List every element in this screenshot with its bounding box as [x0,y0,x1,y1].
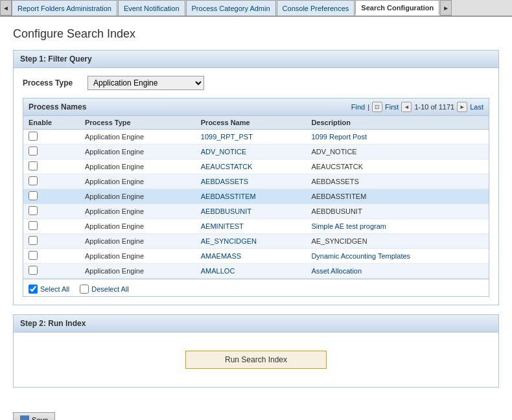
step2-header: Step 2: Run Index [14,315,498,332]
pagination-next-btn[interactable]: ► [457,102,467,112]
page-title: Configure Search Index [13,27,499,41]
table-row: Application EngineAE_SYNCIDGENAE_SYNCIDG… [23,234,489,249]
table-row: Application EngineAEMINITESTSimple AE te… [23,219,489,234]
pagination-first[interactable]: First [385,103,399,111]
row-process-name[interactable]: AMAEMASS [196,249,307,264]
footer: Save [0,407,512,420]
process-name-link[interactable]: AEBDBUSUNIT [201,207,251,215]
table-row: Application EngineAMALLOCAsset Allocatio… [23,264,489,279]
save-button[interactable]: Save [13,412,55,420]
process-name-link[interactable]: 1099_RPT_PST [201,133,253,141]
table-row: Application Engine1099_RPT_PST1099 Repor… [23,130,489,145]
process-name-link[interactable]: AEBDASSTITEM [201,192,256,200]
tab-nav-next[interactable]: ► [440,0,452,16]
page-content: Configure Search Index Step 1: Filter Qu… [0,17,512,407]
tab-process-category[interactable]: Process Category Admin [186,0,276,16]
table-row: Application EngineAEBDBUSUNITAEBDBUSUNIT [23,204,489,219]
filter-row: Process Type Application Engine SQR Proc… [23,76,489,90]
row-enable-checkbox[interactable] [29,132,38,141]
select-all-text: Select All [40,285,69,293]
filter-label: Process Type [23,78,87,88]
export-icon[interactable]: ⊡ [372,102,382,112]
row-enable-checkbox[interactable] [29,251,38,260]
process-table: Enable Process Type Process Name Descrip… [23,116,489,279]
row-process-name[interactable]: 1099_RPT_PST [196,130,307,145]
tab-nav-prev[interactable]: ◄ [0,0,12,16]
tab-report-folders[interactable]: Report Folders Administration [12,0,117,16]
table-section-title: Process Names [29,102,86,111]
pagination-last[interactable]: Last [470,103,483,111]
col-process-name: Process Name [196,116,307,130]
row-description: 1099 Report Post [306,130,489,145]
row-description: AE_SYNCIDGEN [306,234,489,249]
row-process-name[interactable]: AEBDASSETS [196,174,307,189]
description-link[interactable]: Dynamic Accounting Templates [311,252,410,260]
tab-search-configuration[interactable]: Search Configuration [355,0,439,16]
row-process-name[interactable]: ADV_NOTICE [196,145,307,159]
save-icon [20,415,29,420]
row-process-type: Application Engine [80,204,196,219]
deselect-all-text: Deselect All [91,285,128,293]
table-body: Application Engine1099_RPT_PST1099 Repor… [23,130,489,279]
row-process-type: Application Engine [80,130,196,145]
col-enable: Enable [23,116,80,130]
process-name-link[interactable]: AEAUCSTATCK [201,163,253,170]
select-all-row: Select All Deselect All [23,279,489,296]
pagination-prev-btn[interactable]: ◄ [401,102,412,112]
row-process-type: Application Engine [80,159,196,174]
row-description: AEAUCSTATCK [306,159,489,174]
row-process-name[interactable]: AE_SYNCIDGEN [196,234,307,249]
row-enable-checkbox[interactable] [29,206,38,215]
row-description: Dynamic Accounting Templates [306,249,489,264]
row-enable-checkbox[interactable] [29,191,38,200]
save-label: Save [32,416,48,420]
step1-panel: Step 1: Filter Query Process Type Applic… [13,50,499,305]
row-enable-checkbox[interactable] [29,221,38,230]
process-name-link[interactable]: AEMINITEST [201,222,244,230]
select-all-label[interactable]: Select All [29,285,69,294]
row-process-name[interactable]: AEBDBUSUNIT [196,204,307,219]
description-link[interactable]: 1099 Report Post [311,133,367,141]
row-enable-checkbox[interactable] [29,146,38,156]
find-link[interactable]: Find [351,103,365,111]
table-head: Enable Process Type Process Name Descrip… [23,116,489,130]
process-name-link[interactable]: AE_SYNCIDGEN [201,237,257,245]
table-row: Application EngineADV_NOTICEADV_NOTICE [23,145,489,159]
table-header-right: Find | ⊡ First ◄ 1-10 of 1171 ► Last [351,102,483,112]
table-row: Application EngineAMAEMASSDynamic Accoun… [23,249,489,264]
process-name-link[interactable]: AEBDASSETS [201,178,248,185]
table-header-bar: Process Names Find | ⊡ First ◄ 1-10 of 1… [23,99,489,116]
description-link[interactable]: Asset Allocation [311,267,362,275]
tab-bar: ◄ Report Folders Administration Event No… [0,0,512,17]
deselect-all-checkbox[interactable] [80,285,89,294]
select-all-checkbox[interactable] [29,285,38,294]
process-type-select[interactable]: Application Engine SQR Process COBOL SQL… [87,76,204,90]
row-process-type: Application Engine [80,264,196,279]
run-search-index-button[interactable]: Run Search Index [185,351,327,369]
row-process-type: Application Engine [80,219,196,234]
process-name-link[interactable]: AMAEMASS [201,252,241,260]
row-enable-checkbox[interactable] [29,266,38,275]
deselect-all-label[interactable]: Deselect All [80,285,128,294]
process-name-link[interactable]: AMALLOC [201,267,235,275]
row-enable-checkbox[interactable] [29,236,38,245]
table-row: Application EngineAEAUCSTATCKAEAUCSTATCK [23,159,489,174]
row-process-name[interactable]: AEMINITEST [196,219,307,234]
col-process-type: Process Type [80,116,196,130]
description-link[interactable]: Simple AE test program [311,222,386,230]
row-description: AEBDBUSUNIT [306,204,489,219]
tab-console-preferences[interactable]: Console Preferences [277,0,355,16]
table-row: Application EngineAEBDASSETSAEBDASSETS [23,174,489,189]
row-process-type: Application Engine [80,189,196,204]
process-name-link[interactable]: ADV_NOTICE [201,148,246,156]
row-enable-checkbox[interactable] [29,176,38,185]
row-process-type: Application Engine [80,145,196,159]
run-index-btn-wrap: Run Search Index [23,340,489,379]
col-description: Description [306,116,489,130]
tab-event-notification[interactable]: Event Notification [118,0,185,16]
row-process-name[interactable]: AEAUCSTATCK [196,159,307,174]
row-process-name[interactable]: AEBDASSTITEM [196,189,307,204]
row-enable-checkbox[interactable] [29,161,38,170]
pagination-range: 1-10 of 1171 [414,103,454,111]
row-process-name[interactable]: AMALLOC [196,264,307,279]
